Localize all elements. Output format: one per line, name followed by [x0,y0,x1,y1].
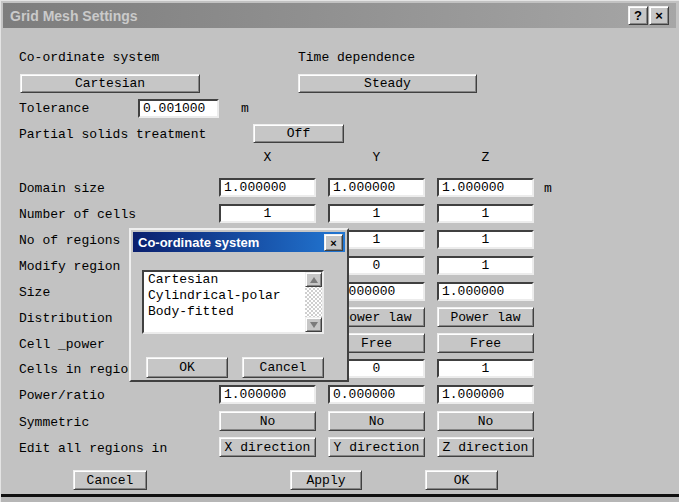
grid-mesh-settings-window: Grid Mesh Settings ? × Co-ordinate syste… [0,0,679,502]
number-of-cells-label: Number of cells [19,207,136,222]
edit-y-direction-button[interactable]: Y direction [328,437,425,457]
cell-power-z-button[interactable]: Free [437,333,534,353]
power-ratio-label: Power/ratio [19,388,105,403]
window-titlebar: Grid Mesh Settings [3,3,676,28]
time-dependence-label: Time dependence [298,50,415,65]
no-of-regions-z-field[interactable] [437,230,534,249]
coordinate-system-label: Co-ordinate system [19,50,159,65]
dialog-ok-button[interactable]: OK [146,357,228,378]
symmetric-z-button[interactable]: No [437,411,534,431]
window-title: Grid Mesh Settings [10,8,138,24]
dialog-cancel-button[interactable]: Cancel [242,357,324,378]
power-ratio-y-field[interactable] [328,385,425,404]
scroll-down-icon[interactable] [305,317,322,332]
apply-button[interactable]: Apply [290,470,362,490]
symmetric-y-button[interactable]: No [328,411,425,431]
tolerance-label: Tolerance [19,101,89,116]
ok-button[interactable]: OK [425,470,498,490]
dialog-titlebar[interactable]: Co-ordinate system [133,232,345,252]
power-ratio-x-field[interactable] [219,385,316,404]
domain-size-label: Domain size [19,181,105,196]
cells-in-region-z-field[interactable] [437,359,534,378]
distribution-label: Distribution [19,311,113,326]
domain-size-unit: m [544,181,552,196]
coordinate-system-button[interactable]: Cartesian [20,74,200,93]
column-header-y: Y [328,150,425,165]
cells-in-region-label: Cells in region [19,362,136,377]
column-header-z: Z [437,150,534,165]
edit-z-direction-button[interactable]: Z direction [437,437,534,457]
edit-x-direction-button[interactable]: X direction [219,437,316,457]
list-item-cartesian[interactable]: Cartesian [144,272,322,288]
partial-solids-label: Partial solids treatment [19,127,206,142]
distribution-z-button[interactable]: Power law [437,307,534,327]
edit-all-regions-label: Edit all regions in [19,441,167,456]
list-item-cylindrical-polar[interactable]: Cylindrical-polar [144,288,322,304]
number-of-cells-y-field[interactable] [328,204,425,223]
help-button[interactable]: ? [628,6,648,25]
coordinate-system-listbox[interactable]: Cartesian Cylindrical-polar Body-fitted [142,270,324,334]
tolerance-unit: m [241,101,249,116]
symmetric-x-button[interactable]: No [219,411,316,431]
modify-region-z-field[interactable] [437,256,534,275]
tolerance-input[interactable] [138,99,219,118]
no-of-regions-label: No of regions [19,233,120,248]
number-of-cells-x-field[interactable] [219,204,316,223]
modify-region-label: Modify region [19,259,120,274]
close-icon[interactable]: × [649,6,669,25]
domain-size-z-field[interactable] [437,178,534,197]
domain-size-y-field[interactable] [328,178,425,197]
time-dependence-button[interactable]: Steady [298,74,477,93]
column-header-x: X [219,150,316,165]
cancel-button[interactable]: Cancel [73,470,147,490]
window-bottom-border [1,497,679,502]
number-of-cells-z-field[interactable] [437,204,534,223]
size-label: Size [19,285,50,300]
power-ratio-z-field[interactable] [437,385,534,404]
partial-solids-button[interactable]: Off [253,124,344,143]
scroll-up-icon[interactable] [305,272,322,287]
domain-size-x-field[interactable] [219,178,316,197]
listbox-scrollbar[interactable] [305,272,322,332]
cell-power-label: Cell _power [19,337,105,352]
dialog-title: Co-ordinate system [138,235,259,250]
symmetric-label: Symmetric [19,415,89,430]
coordinate-system-dialog: Co-ordinate system × Cartesian Cylindric… [129,228,349,382]
size-z-field[interactable] [437,282,534,301]
list-item-body-fitted[interactable]: Body-fitted [144,304,322,320]
dialog-close-icon[interactable]: × [324,234,343,251]
